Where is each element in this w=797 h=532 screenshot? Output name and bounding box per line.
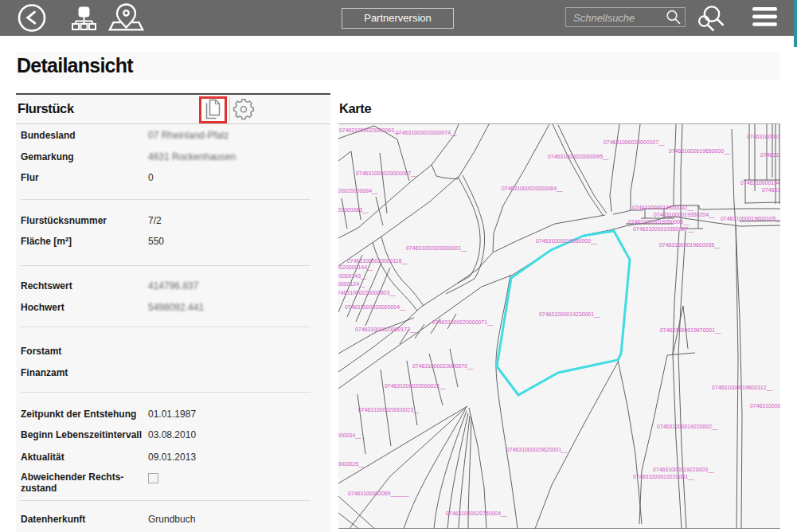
svg-text:074631000019600112__: 074631000019600112__ — [712, 385, 772, 391]
svg-text:074631000020000095__: 074631000020000095__ — [548, 154, 609, 160]
svg-text:0746310000190: 0746310000190 — [750, 403, 780, 409]
svg-text:074631000020000116__: 074631000020000116__ — [347, 258, 408, 264]
svg-text:074631000019220001__: 074631000019220001__ — [633, 474, 694, 480]
svg-text:074631000019350002__: 074631000019350002__ — [632, 205, 693, 211]
svg-text:074631000019670001__: 074631000019670001__ — [660, 327, 721, 334]
svg-text:074631000020000144__: 074631000020000144__ — [338, 264, 373, 271]
svg-text:074631000020000172__: 074631000020000172__ — [355, 327, 416, 333]
svg-text:074631000019350204__: 074631000019350204__ — [654, 212, 715, 218]
svg-text:074631000019350007__: 074631000019350007__ — [633, 226, 694, 233]
svg-text:074631000019230001__: 074631000019230001__ — [539, 311, 600, 318]
svg-text:074631000020000087__: 074631000020000087__ — [356, 170, 417, 177]
svg-text:074631000019220003__: 074631000019220003__ — [653, 467, 714, 473]
svg-text:074631000019600105__: 074631000019600105__ — [721, 216, 780, 222]
svg-text:074631000020000070__: 074631000020000070__ — [412, 363, 474, 370]
svg-text:074631000019050000__: 074631000019050000__ — [536, 238, 597, 244]
svg-text:074631000020000003__: 074631000020000003__ — [338, 290, 396, 296]
svg-text:074631000020000023__: 074631000020000023__ — [358, 407, 420, 413]
svg-text:074631000020000001__: 074631000020000001__ — [406, 245, 467, 252]
svg-text:07463100002069______: 07463100002069______ — [348, 491, 409, 497]
svg-text:0746310000194500: 0746310000194500 — [740, 180, 780, 186]
svg-text:074631000020000004__: 074631000020000004__ — [345, 304, 406, 311]
svg-text:074631000019600035__: 074631000019600035__ — [659, 242, 721, 248]
svg-text:074631000019220002__: 074631000019220002__ — [657, 424, 718, 430]
svg-text:074631000020000107__: 074631000020000107__ — [604, 139, 665, 146]
svg-text:074631000020000124__: 074631000020000124__ — [338, 281, 365, 288]
svg-text:0746310000190000: 0746310000190000 — [747, 134, 780, 139]
svg-text:074631000020000071__: 074631000020000071__ — [432, 319, 494, 326]
svg-text:074631000020000034__: 074631000020000034__ — [338, 432, 361, 439]
svg-text:074631000020620001__: 074631000020620001__ — [506, 447, 568, 453]
svg-text:074631000020000063__: 074631000020000063__ — [339, 127, 400, 134]
svg-text:074631000020000025__: 074631000020000025__ — [338, 461, 365, 467]
svg-text:074631000020000084__: 074631000020000084__ — [502, 186, 563, 192]
svg-text:07463100: 07463100 — [760, 152, 780, 158]
svg-text:074631000020000083__: 074631000020000083__ — [338, 207, 369, 213]
svg-text:074631000: 074631000 — [762, 187, 780, 193]
svg-text:074631000020750004__: 074631000020750004__ — [446, 510, 507, 517]
svg-text:074631000020000022__: 074631000020000022__ — [385, 383, 446, 389]
svg-text:074631000020000074__: 074631000020000074__ — [396, 130, 457, 136]
svg-text:074631000020000143__: 074631000020000143__ — [338, 273, 367, 280]
svg-text:074631000019350005__: 074631000019350005__ — [628, 219, 690, 225]
svg-text:074631000019650000__: 074631000019650000__ — [669, 148, 730, 155]
svg-text:074631000020000084__: 074631000020000084__ — [338, 188, 378, 194]
